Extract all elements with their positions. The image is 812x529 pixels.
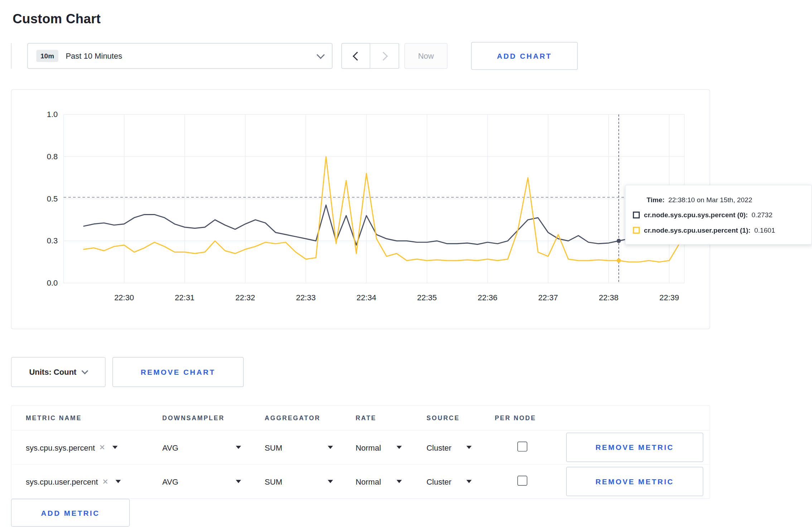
svg-text:0.0: 0.0 — [47, 278, 58, 287]
col-rate: RATE — [356, 414, 426, 422]
metric-name-value: sys.cpu.user.percent — [26, 477, 98, 486]
chart-card: 0.00.30.50.81.022:3022:3122:3222:3322:34… — [11, 89, 710, 329]
svg-text:22:39: 22:39 — [659, 293, 679, 302]
svg-text:22:36: 22:36 — [478, 293, 497, 302]
series-user-swatch-icon — [633, 227, 640, 234]
series-sys-swatch-icon — [633, 212, 640, 218]
svg-text:22:30: 22:30 — [114, 293, 134, 302]
rate-value: Normal — [356, 477, 381, 486]
downsampler-select[interactable]: AVG — [162, 443, 241, 452]
add-chart-button[interactable]: ADD CHART — [471, 42, 578, 70]
downsampler-value: AVG — [162, 477, 178, 486]
svg-text:22:33: 22:33 — [296, 293, 316, 302]
chevron-down-icon — [316, 50, 325, 59]
chevron-down-icon — [82, 367, 88, 374]
col-metric-name: METRIC NAME — [26, 414, 162, 422]
svg-text:22:37: 22:37 — [538, 293, 558, 302]
time-nav-group — [342, 43, 399, 69]
aggregator-select[interactable]: SUM — [265, 443, 333, 452]
prev-time-button[interactable] — [342, 43, 371, 69]
units-label: Units: Count — [29, 368, 76, 377]
clear-metric-icon[interactable]: ✕ — [102, 477, 108, 486]
time-range-dropdown[interactable]: 10m Past 10 Minutes — [27, 43, 332, 69]
tooltip-time-label: Time: — [647, 196, 665, 204]
time-range-badge: 10m — [36, 50, 58, 62]
metric-row: sys.cpu.sys.percent ✕ AVG SUM Normal Clu… — [11, 431, 710, 464]
rate-value: Normal — [356, 443, 381, 452]
caret-down-icon — [236, 480, 241, 483]
svg-text:0.8: 0.8 — [47, 152, 58, 161]
tooltip-time-value: 22:38:10 on Mar 15th, 2022 — [668, 196, 752, 204]
tooltip-series-name: cr.node.sys.cpu.sys.percent (0): — [644, 211, 748, 219]
svg-text:0.5: 0.5 — [47, 194, 58, 203]
rate-select[interactable]: Normal — [356, 477, 402, 486]
metric-name-select[interactable]: sys.cpu.sys.percent ✕ — [26, 443, 162, 452]
col-source: SOURCE — [426, 414, 495, 422]
per-node-checkbox[interactable] — [517, 442, 527, 452]
aggregator-value: SUM — [265, 443, 282, 452]
svg-text:22:35: 22:35 — [417, 293, 437, 302]
tooltip-series-name: cr.node.sys.cpu.user.percent (1): — [644, 226, 751, 234]
metric-name-value: sys.cpu.sys.percent — [26, 443, 95, 452]
page-title: Custom Chart — [13, 11, 101, 26]
tooltip-time-row: Time: 22:38:10 on Mar 15th, 2022 — [633, 192, 804, 208]
source-value: Cluster — [426, 477, 451, 486]
next-time-button[interactable] — [370, 43, 399, 69]
remove-metric-button[interactable]: REMOVE METRIC — [566, 433, 703, 462]
col-aggregator: AGGREGATOR — [265, 414, 356, 422]
now-button[interactable]: Now — [405, 43, 448, 69]
caret-down-icon — [467, 446, 472, 449]
source-value: Cluster — [426, 443, 451, 452]
caret-down-icon — [397, 480, 402, 483]
col-per-node: PER NODE — [495, 414, 566, 422]
custom-chart-page: Custom Chart 10m Past 10 Minutes Now ADD… — [0, 0, 812, 529]
rate-select[interactable]: Normal — [356, 443, 402, 452]
chart-tooltip: Time: 22:38:10 on Mar 15th, 2022 cr.node… — [625, 185, 812, 244]
aggregator-select[interactable]: SUM — [265, 477, 333, 486]
svg-text:22:38: 22:38 — [599, 293, 619, 302]
caret-down-icon — [328, 446, 333, 449]
svg-text:0.3: 0.3 — [47, 236, 58, 245]
chevron-right-icon — [379, 52, 388, 60]
downsampler-select[interactable]: AVG — [162, 477, 241, 486]
tooltip-series-value: 0.2732 — [751, 211, 772, 219]
tooltip-series-value: 0.1601 — [754, 226, 775, 234]
remove-metric-button[interactable]: REMOVE METRIC — [566, 467, 703, 496]
units-dropdown[interactable]: Units: Count — [11, 357, 106, 387]
source-select[interactable]: Cluster — [426, 443, 472, 452]
toolbar-divider — [11, 43, 11, 69]
metrics-table: METRIC NAME DOWNSAMPLER AGGREGATOR RATE … — [11, 406, 710, 499]
tooltip-series-row: cr.node.sys.cpu.sys.percent (0): 0.2732 — [633, 207, 804, 223]
per-node-checkbox[interactable] — [517, 476, 527, 486]
svg-text:1.0: 1.0 — [47, 110, 58, 119]
add-metric-button[interactable]: ADD METRIC — [11, 499, 130, 527]
caret-down-icon — [116, 480, 121, 483]
aggregator-value: SUM — [265, 477, 282, 486]
caret-down-icon — [236, 446, 241, 449]
caret-down-icon — [113, 446, 118, 449]
metrics-table-header: METRIC NAME DOWNSAMPLER AGGREGATOR RATE … — [11, 406, 710, 431]
remove-chart-button[interactable]: REMOVE CHART — [112, 357, 244, 387]
svg-text:22:34: 22:34 — [357, 293, 376, 302]
tooltip-series-row: cr.node.sys.cpu.user.percent (1): 0.1601 — [633, 223, 804, 238]
downsampler-value: AVG — [162, 443, 178, 452]
metric-row: sys.cpu.user.percent ✕ AVG SUM Normal Cl… — [11, 464, 710, 498]
line-chart[interactable]: 0.00.30.50.81.022:3022:3122:3222:3322:34… — [11, 90, 711, 330]
svg-text:22:32: 22:32 — [235, 293, 255, 302]
chevron-left-icon — [352, 52, 361, 60]
col-downsampler: DOWNSAMPLER — [162, 414, 265, 422]
svg-text:22:31: 22:31 — [175, 293, 194, 302]
caret-down-icon — [397, 446, 402, 449]
metric-name-select[interactable]: sys.cpu.user.percent ✕ — [26, 477, 162, 486]
time-range-label: Past 10 Minutes — [66, 52, 318, 60]
caret-down-icon — [467, 480, 472, 483]
clear-metric-icon[interactable]: ✕ — [99, 443, 105, 451]
source-select[interactable]: Cluster — [426, 477, 472, 486]
caret-down-icon — [328, 480, 333, 483]
